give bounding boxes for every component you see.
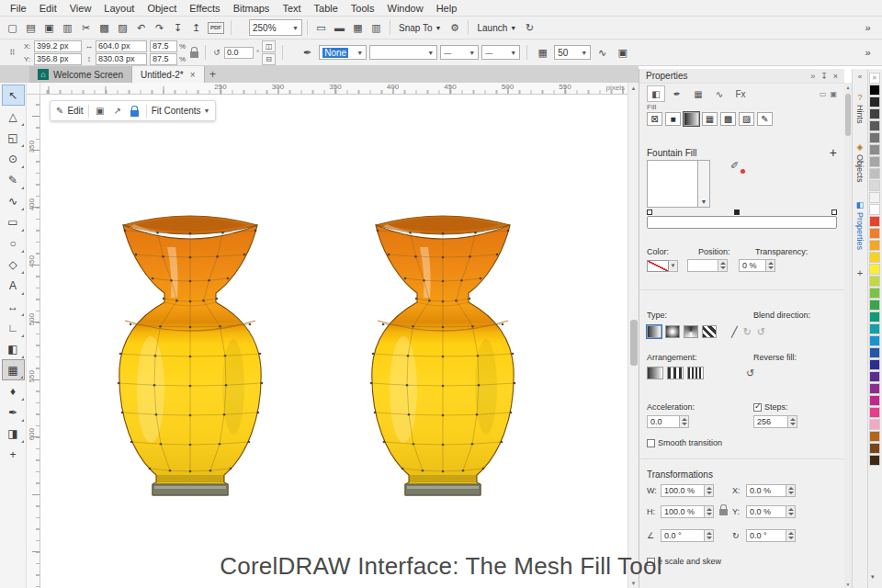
transform-skew-stepper[interactable] bbox=[786, 529, 796, 542]
guidelines-icon[interactable]: ▥ bbox=[368, 19, 385, 37]
node-color-swatch[interactable] bbox=[647, 260, 669, 272]
vase-2[interactable] bbox=[370, 216, 516, 495]
bitmap-pattern-button[interactable]: ▩ bbox=[720, 112, 736, 126]
color-swatch[interactable] bbox=[869, 359, 880, 370]
lock-icon[interactable] bbox=[129, 106, 141, 117]
close-panel-icon[interactable]: × bbox=[833, 72, 838, 81]
color-swatch[interactable] bbox=[869, 419, 880, 430]
no-color-swatch[interactable]: ✕ bbox=[869, 73, 880, 84]
import-icon[interactable]: ↧ bbox=[169, 19, 187, 37]
conical-fountain-button[interactable] bbox=[684, 325, 698, 338]
object-height-input[interactable]: 830.03 px bbox=[96, 53, 147, 65]
color-swatch[interactable] bbox=[869, 383, 880, 394]
tab-welcome-screen[interactable]: ⌂ Welcome Screen bbox=[29, 66, 132, 83]
transform-w-input[interactable]: 100.0 % bbox=[661, 484, 705, 497]
color-swatch[interactable] bbox=[869, 323, 880, 334]
end-arrowhead-dropdown[interactable]: —▼ bbox=[481, 45, 520, 60]
options-gear-icon[interactable]: ⚙ bbox=[446, 19, 463, 37]
blend-counterclockwise-icon[interactable]: ↺ bbox=[757, 326, 765, 338]
mirror-vertical-button[interactable]: ⊟ bbox=[262, 53, 276, 65]
menu-bitmaps[interactable]: Bitmaps bbox=[227, 2, 277, 15]
color-eyedropper-button[interactable]: ✐ bbox=[730, 160, 745, 174]
paste-icon[interactable]: ▨ bbox=[114, 19, 131, 37]
color-swatch[interactable] bbox=[869, 264, 880, 275]
color-swatch[interactable] bbox=[869, 192, 880, 203]
gradient-end-handle[interactable] bbox=[831, 209, 837, 215]
blend-clockwise-icon[interactable]: ↻ bbox=[743, 326, 752, 338]
steps-checkbox[interactable] bbox=[753, 403, 762, 412]
transform-x-input[interactable]: 0.0 % bbox=[746, 484, 786, 497]
object-y-input[interactable]: 356.8 px bbox=[34, 53, 82, 65]
uniform-fill-button[interactable]: ■ bbox=[665, 112, 681, 126]
docker-tab-objects[interactable]: ◈Objects bbox=[855, 138, 865, 187]
menu-table[interactable]: Table bbox=[308, 2, 345, 15]
edit-fill-button[interactable]: ✎ bbox=[757, 112, 773, 126]
blend-linear-icon[interactable]: ╱ bbox=[731, 326, 738, 338]
fill-preview-swatch[interactable] bbox=[647, 160, 698, 208]
float-panel-icon[interactable]: ▭ bbox=[820, 90, 827, 98]
eyedropper-tool[interactable]: ♦ bbox=[2, 380, 25, 401]
propbar-collapse-icon[interactable]: » bbox=[859, 44, 876, 62]
grid-icon[interactable]: ▦ bbox=[349, 19, 367, 37]
vector-pattern-button[interactable]: ▦ bbox=[702, 112, 718, 126]
object-width-input[interactable]: 604.0 px bbox=[96, 40, 147, 52]
transform-h-stepper[interactable] bbox=[705, 505, 714, 518]
menu-tools[interactable]: Tools bbox=[345, 2, 381, 15]
node-position-input[interactable] bbox=[687, 259, 718, 272]
menu-object[interactable]: Object bbox=[141, 2, 183, 15]
steps-stepper[interactable] bbox=[788, 415, 797, 428]
color-swatch[interactable] bbox=[869, 252, 880, 263]
effects-tab-icon[interactable]: Fx bbox=[731, 85, 750, 102]
outline-width-dropdown[interactable]: None▼ bbox=[319, 45, 367, 60]
collapse-dockers-icon[interactable]: « bbox=[858, 73, 862, 81]
steps-input[interactable]: 256 bbox=[753, 415, 788, 428]
redo-icon[interactable]: ↷ bbox=[151, 19, 168, 37]
color-swatch[interactable] bbox=[869, 288, 880, 299]
menu-effects[interactable]: Effects bbox=[183, 2, 226, 15]
ruler-origin-button[interactable] bbox=[27, 83, 40, 95]
canvas-vertical-scrollbar[interactable]: ▲ ▼ bbox=[628, 83, 639, 588]
fountain-steps-dropdown[interactable]: 50▼ bbox=[554, 45, 591, 60]
color-swatch[interactable] bbox=[869, 180, 880, 191]
expand-panel-icon[interactable]: ▣ bbox=[830, 90, 837, 98]
color-swatch[interactable] bbox=[869, 228, 880, 239]
node-transparency-stepper[interactable] bbox=[766, 259, 775, 272]
color-swatch[interactable] bbox=[869, 240, 880, 251]
transform-angle-input[interactable]: 0.0 ° bbox=[661, 529, 705, 542]
elliptical-fountain-button[interactable] bbox=[665, 325, 680, 338]
color-swatch[interactable] bbox=[869, 311, 880, 322]
transparency-tab-icon[interactable]: ▦ bbox=[689, 85, 707, 102]
more-tools-button[interactable]: + bbox=[2, 444, 25, 465]
scroll-up-icon[interactable]: ▲ bbox=[628, 83, 639, 93]
color-swatch[interactable] bbox=[869, 168, 880, 179]
refresh-icon[interactable]: ↻ bbox=[521, 19, 538, 37]
color-swatch[interactable] bbox=[869, 204, 880, 215]
transform-x-stepper[interactable] bbox=[786, 484, 796, 497]
start-arrowhead-dropdown[interactable]: —▼ bbox=[440, 45, 479, 60]
polygon-tool[interactable]: ◇ bbox=[2, 254, 25, 275]
menu-file[interactable]: File bbox=[4, 2, 33, 15]
color-swatch[interactable] bbox=[869, 300, 880, 311]
horizontal-ruler[interactable]: pixels 250300350400450500550 bbox=[40, 83, 628, 95]
transform-lock-icon[interactable] bbox=[719, 509, 728, 515]
pin-icon[interactable]: ↧ bbox=[820, 72, 828, 81]
transform-y-input[interactable]: 0.0 % bbox=[746, 505, 786, 518]
fill-picker-dropdown[interactable]: ▼ bbox=[698, 160, 710, 208]
color-swatch[interactable] bbox=[869, 120, 880, 131]
transform-w-stepper[interactable] bbox=[705, 484, 714, 497]
scrollbar-thumb[interactable] bbox=[845, 94, 851, 136]
snap-to-dropdown[interactable]: Snap To▼ bbox=[395, 23, 445, 33]
color-swatch[interactable] bbox=[869, 335, 880, 346]
color-swatch[interactable] bbox=[869, 371, 880, 382]
pop-out-icon[interactable]: ↗ bbox=[111, 106, 124, 116]
color-swatch[interactable] bbox=[869, 443, 880, 454]
export-icon[interactable]: ↥ bbox=[187, 19, 205, 37]
cut-icon[interactable]: ✂ bbox=[77, 19, 95, 37]
outline-pen-tool[interactable]: ✒ bbox=[2, 401, 25, 423]
repeat-mirror-button[interactable] bbox=[667, 367, 684, 379]
color-swatch[interactable] bbox=[869, 431, 880, 442]
outline-tab-icon[interactable]: ✒ bbox=[668, 85, 686, 102]
reverse-fill-icon[interactable]: ↺ bbox=[746, 368, 754, 379]
add-node-button[interactable]: + bbox=[830, 145, 837, 160]
fill-tab-icon[interactable]: ◧ bbox=[647, 85, 665, 102]
